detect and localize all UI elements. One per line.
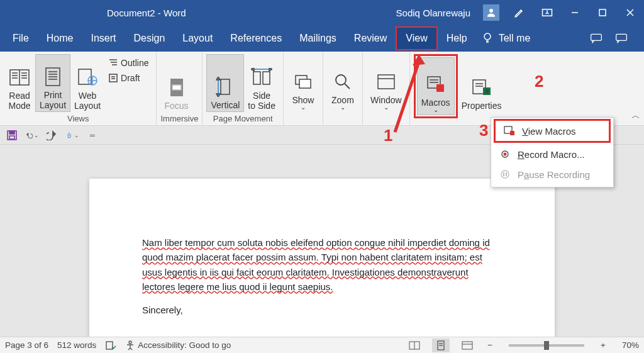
group-show: Show ⌄ <box>284 52 323 125</box>
macros-dropdown: View Macros Record Macro... Pause Record… <box>491 117 614 188</box>
svg-rect-75 <box>462 342 472 349</box>
print-layout-icon <box>42 66 64 87</box>
svg-rect-57 <box>9 131 14 134</box>
record-macro-label: Record Macro... <box>518 149 585 160</box>
group-window: Window ⌄ <box>363 52 410 125</box>
properties-button[interactable]: S Properties <box>458 54 506 112</box>
print-layout-button[interactable]: PrintLayout <box>35 54 70 112</box>
web-layout-icon <box>77 67 98 88</box>
pause-recording-item: Pause Recording <box>491 164 613 184</box>
menu-mailings[interactable]: Mailings <box>291 28 345 49</box>
status-bar: Page 3 of 6 512 words Accessibility: Goo… <box>0 337 644 353</box>
zoom-in-button[interactable]: + <box>598 340 608 350</box>
menu-design[interactable]: Design <box>125 28 174 49</box>
web-layout-view-button[interactable] <box>458 339 476 352</box>
side-to-side-button[interactable]: Sideto Side <box>244 54 279 112</box>
spellcheck-icon[interactable] <box>105 340 116 350</box>
chevron-down-icon: ⌄ <box>301 104 306 111</box>
svg-rect-42 <box>299 79 311 88</box>
side-to-side-icon <box>251 67 272 88</box>
macros-button[interactable]: Macros ⌄ <box>417 57 455 115</box>
svg-point-69 <box>129 341 131 344</box>
title-bar: Document2 - Word Sodiq Olanrewaju <box>0 0 644 25</box>
svg-text:S: S <box>485 88 489 94</box>
menu-review[interactable]: Review <box>345 28 396 49</box>
svg-rect-22 <box>79 69 91 84</box>
window-icon <box>375 71 397 92</box>
body-paragraph-1[interactable]: Nam liber tempor cum soluta nobis eleife… <box>142 235 502 294</box>
ribbon-display-icon[interactable] <box>533 0 561 25</box>
document-title: Document2 - Word <box>107 8 186 18</box>
group-immersive: Focus Immersive <box>157 52 203 125</box>
svg-rect-32 <box>221 79 230 94</box>
svg-point-65 <box>501 171 509 178</box>
record-macro-item[interactable]: Record Macro... <box>491 144 613 164</box>
web-layout-button[interactable]: WebLayout <box>70 54 104 112</box>
svg-marker-35 <box>216 94 220 97</box>
svg-marker-34 <box>216 77 220 80</box>
vertical-label: Vertical <box>211 100 240 110</box>
menu-home[interactable]: Home <box>38 28 82 49</box>
tell-me[interactable]: Tell me <box>496 28 540 49</box>
user-avatar-icon[interactable] <box>483 4 499 21</box>
menu-references[interactable]: References <box>221 28 291 49</box>
vertical-icon <box>214 76 236 98</box>
focus-button[interactable]: Focus <box>160 54 192 112</box>
svg-point-6 <box>484 33 491 40</box>
pen-icon[interactable] <box>506 0 533 25</box>
maximize-button[interactable] <box>589 0 616 25</box>
vertical-button[interactable]: Vertical <box>206 54 244 112</box>
outline-button[interactable]: Outline <box>104 57 152 69</box>
pause-recording-label: Pause Recording <box>518 169 590 180</box>
svg-marker-60 <box>53 132 55 137</box>
menu-file[interactable]: File <box>4 28 38 49</box>
page-indicator[interactable]: Page 3 of 6 <box>5 340 48 350</box>
zoom-slider[interactable] <box>509 344 584 347</box>
draft-button[interactable]: Draft <box>104 72 152 84</box>
side-to-side-label: Sideto Side <box>248 91 275 111</box>
body-paragraph-2[interactable]: Sincerely, <box>142 303 502 317</box>
accessibility-status[interactable]: Accessibility: Good to go <box>125 340 231 350</box>
save-button[interactable] <box>5 128 19 142</box>
minimize-button[interactable] <box>561 0 589 25</box>
focus-icon <box>166 77 187 98</box>
read-mode-view-button[interactable] <box>406 339 423 352</box>
show-button[interactable]: Show ⌄ <box>287 54 319 112</box>
show-icon <box>292 71 314 92</box>
word-count[interactable]: 512 words <box>57 340 96 350</box>
record-macro-icon <box>499 148 511 160</box>
view-macros-item[interactable]: View Macros <box>494 119 611 143</box>
customize-qat-button[interactable]: ═ <box>86 128 99 142</box>
read-mode-button[interactable]: ReadMode <box>4 54 35 112</box>
svg-rect-27 <box>109 74 117 82</box>
svg-point-0 <box>489 9 493 13</box>
svg-rect-68 <box>106 342 113 349</box>
undo-button[interactable]: ⌄ <box>25 128 39 142</box>
outline-label: Outline <box>121 58 148 68</box>
menu-bar: File Home Insert Design Layout Reference… <box>0 25 644 52</box>
lightbulb-icon[interactable] <box>482 32 492 45</box>
menu-help[interactable]: Help <box>438 28 476 49</box>
menu-insert[interactable]: Insert <box>82 28 125 49</box>
print-layout-view-button[interactable] <box>432 339 450 352</box>
comments-icon[interactable] <box>590 33 615 44</box>
view-macros-label: View Macros <box>522 126 576 137</box>
views-group-label: Views <box>4 113 152 124</box>
print-layout-label: PrintLayout <box>40 90 66 110</box>
menu-view[interactable]: View <box>396 26 437 50</box>
redo-button[interactable] <box>45 128 59 142</box>
menu-layout[interactable]: Layout <box>174 28 221 49</box>
collapse-ribbon-button[interactable]: ︿ <box>631 110 640 121</box>
zoom-percent[interactable]: 70% <box>622 340 639 350</box>
share-icon[interactable] <box>615 33 640 44</box>
zoom-button[interactable]: Zoom ⌄ <box>327 54 358 112</box>
zoom-out-button[interactable]: − <box>485 340 495 350</box>
properties-label: Properties <box>462 101 502 111</box>
close-button[interactable] <box>616 0 644 25</box>
document-page[interactable]: Nam liber tempor cum soluta nobis eleife… <box>89 179 555 337</box>
touch-mode-button[interactable]: ⌄ <box>65 128 79 142</box>
svg-rect-37 <box>263 72 270 84</box>
zoom-icon <box>332 71 353 92</box>
view-macros-icon <box>503 125 516 137</box>
window-button[interactable]: Window ⌄ <box>367 54 406 112</box>
